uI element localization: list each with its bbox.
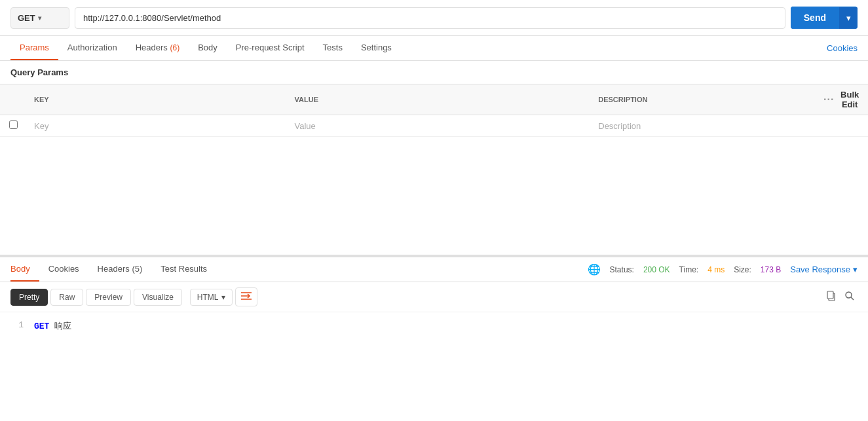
code-keyword: GET <box>34 321 49 331</box>
table-header-row: KEY VALUE DESCRIPTION ··· Bulk Edit <box>0 84 868 115</box>
tab-prerequest[interactable]: Pre-request Script <box>227 36 314 60</box>
tab-headers[interactable]: Headers (6) <box>126 36 189 60</box>
tab-params[interactable]: Params <box>10 36 58 60</box>
status-label: Status: <box>610 265 634 274</box>
code-content: GET 响应 <box>34 320 71 332</box>
send-button[interactable]: Send <box>791 7 839 29</box>
bulk-edit-button[interactable]: Bulk Edit <box>839 90 860 109</box>
size-label: Size: <box>734 265 751 274</box>
svg-line-6 <box>851 297 854 300</box>
response-tab-body[interactable]: Body <box>10 257 39 282</box>
code-text: 响应 <box>49 321 71 331</box>
cookies-link[interactable]: Cookies <box>827 37 858 60</box>
svg-rect-4 <box>827 291 833 299</box>
dots-icon: ··· <box>823 94 834 105</box>
row-value-cell[interactable]: Value <box>287 115 591 137</box>
code-area: 1 GET 响应 <box>0 312 868 340</box>
save-response-button[interactable]: Save Response ▾ <box>790 265 858 274</box>
line-numbers: 1 <box>10 320 24 332</box>
status-value: 200 OK <box>643 265 670 274</box>
response-meta: 🌐 Status: 200 OK Time: 4 ms Size: 173 B … <box>588 263 858 276</box>
response-tab-headers[interactable]: Headers (5) <box>88 257 152 282</box>
tab-tests[interactable]: Tests <box>314 36 352 60</box>
params-table: KEY VALUE DESCRIPTION ··· Bulk Edit Key … <box>0 84 868 137</box>
row-action-cell <box>816 115 868 137</box>
format-raw-button[interactable]: Raw <box>50 289 83 306</box>
url-input[interactable] <box>75 7 785 29</box>
top-bar: GET ▾ Send ▾ <box>0 0 868 36</box>
search-button[interactable] <box>842 288 858 306</box>
copy-button[interactable] <box>823 288 839 306</box>
tab-authorization[interactable]: Authorization <box>58 36 126 60</box>
tab-body[interactable]: Body <box>189 36 227 60</box>
language-selector[interactable]: HTML ▾ <box>190 289 233 306</box>
globe-icon: 🌐 <box>588 263 601 276</box>
response-section: Body Cookies Headers (5) Test Results 🌐 … <box>0 255 868 340</box>
svg-point-5 <box>846 292 852 298</box>
time-label: Time: <box>679 265 699 274</box>
send-dropdown-button[interactable]: ▾ <box>839 7 858 29</box>
row-key-cell[interactable]: Key <box>26 115 287 137</box>
response-tab-test-results[interactable]: Test Results <box>151 257 216 282</box>
format-bar: Pretty Raw Preview Visualize HTML ▾ <box>0 282 868 312</box>
th-description: DESCRIPTION <box>590 84 816 115</box>
method-selector[interactable]: GET ▾ <box>10 7 69 29</box>
format-visualize-button[interactable]: Visualize <box>134 289 182 306</box>
time-value: 4 ms <box>708 265 725 274</box>
th-actions: ··· Bulk Edit <box>816 84 868 115</box>
format-pretty-button[interactable]: Pretty <box>10 289 48 306</box>
response-tab-cookies[interactable]: Cookies <box>39 257 88 282</box>
th-key: KEY <box>26 84 287 115</box>
method-chevron-icon: ▾ <box>38 14 41 22</box>
row-description-cell[interactable]: Description <box>590 115 816 137</box>
row-checkbox[interactable] <box>9 120 18 129</box>
method-label: GET <box>18 13 35 23</box>
send-button-group: Send ▾ <box>791 7 858 29</box>
row-checkbox-cell <box>0 115 26 137</box>
request-tabs: Params Authorization Headers (6) Body Pr… <box>0 36 868 61</box>
response-tabs-row: Body Cookies Headers (5) Test Results 🌐 … <box>0 257 868 282</box>
tab-settings[interactable]: Settings <box>352 36 401 60</box>
th-value: VALUE <box>287 84 591 115</box>
wrap-button[interactable] <box>235 287 257 306</box>
th-checkbox <box>0 84 26 115</box>
size-value: 173 B <box>761 265 781 274</box>
table-row: Key Value Description <box>0 115 868 137</box>
format-preview-button[interactable]: Preview <box>86 289 131 306</box>
query-params-header: Query Params <box>0 61 868 84</box>
